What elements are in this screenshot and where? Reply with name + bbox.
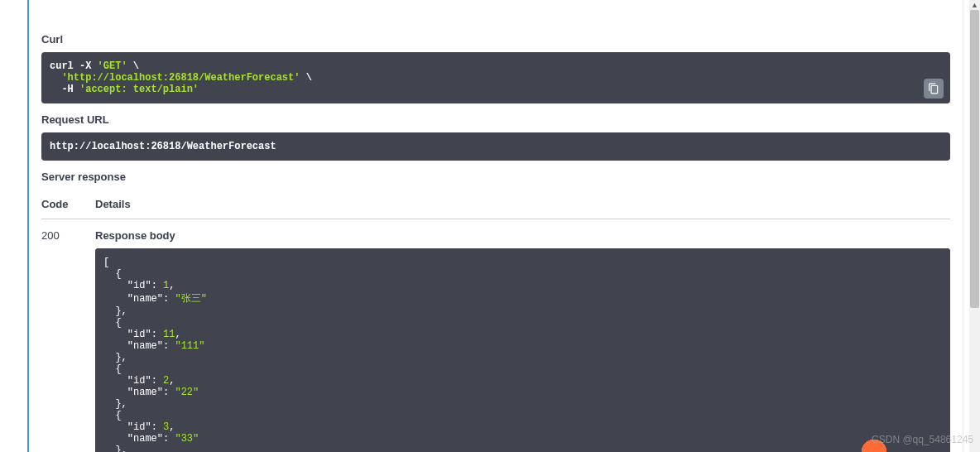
response-body-label: Response body bbox=[95, 229, 950, 242]
request-url-heading: Request URL bbox=[41, 113, 950, 126]
clipboard-icon bbox=[928, 83, 939, 94]
watermark-text: CSDN @qq_54861245 bbox=[872, 434, 973, 445]
scrollbar-thumb[interactable] bbox=[970, 10, 979, 308]
swagger-response-panel: Curl curl -X 'GET' \ 'http://localhost:2… bbox=[27, 0, 963, 452]
response-table: Code Details 200 Response body [ { "id":… bbox=[41, 190, 950, 452]
curl-heading: Curl bbox=[41, 33, 950, 46]
table-row: 200 Response body [ { "id": 1, "name": "… bbox=[41, 219, 950, 452]
request-url-block: http://localhost:26818/WeatherForecast bbox=[41, 132, 950, 161]
details-column-header: Details bbox=[95, 198, 950, 210]
copy-curl-button[interactable] bbox=[924, 79, 944, 99]
server-response-heading: Server response bbox=[41, 171, 950, 183]
curl-command-block: curl -X 'GET' \ 'http://localhost:26818/… bbox=[41, 52, 950, 103]
response-body-content[interactable]: [ { "id": 1, "name": "张三" }, { "id": 11,… bbox=[95, 248, 950, 452]
status-code: 200 bbox=[41, 229, 95, 452]
scrollbar-arrow-up-icon[interactable]: ▲ bbox=[969, 0, 980, 10]
table-header-row: Code Details bbox=[41, 190, 950, 219]
page-scrollbar[interactable]: ▲ bbox=[969, 0, 980, 452]
code-column-header: Code bbox=[41, 198, 95, 210]
response-body-wrapper: [ { "id": 1, "name": "张三" }, { "id": 11,… bbox=[95, 248, 950, 452]
details-cell: Response body [ { "id": 1, "name": "张三" … bbox=[95, 229, 950, 452]
